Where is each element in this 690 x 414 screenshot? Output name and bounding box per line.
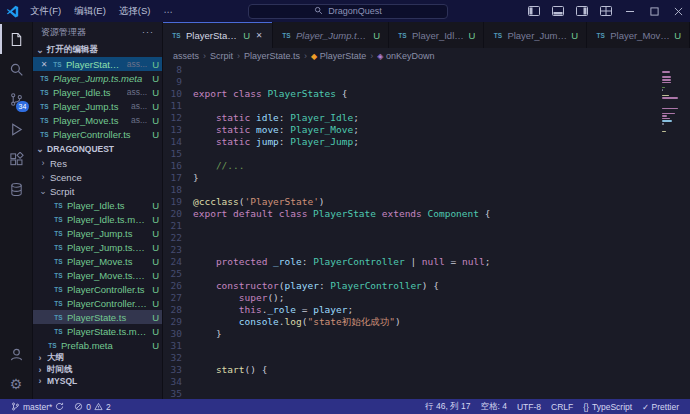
editor-tab[interactable]: TSPlayerState.tsU✕ — [163, 22, 273, 48]
braces-icon: {} — [583, 402, 589, 412]
breadcrumb-item[interactable]: Scrpit — [210, 51, 233, 61]
indentation[interactable]: 空格: 4 — [476, 399, 512, 414]
explorer-icon[interactable] — [0, 24, 32, 54]
ts-file-icon: TS — [53, 258, 64, 265]
line-number: 24 — [163, 256, 193, 268]
layout-secondary-sidebar-icon[interactable] — [570, 0, 594, 22]
editor-tab[interactable]: TSPlayer_Jump.ts.metaU — [273, 22, 389, 48]
extensions-icon[interactable] — [0, 144, 32, 174]
formatter-status[interactable]: ✓ Prettier — [637, 399, 684, 414]
code-line: 24 protected _role: PlayerController | n… — [163, 256, 690, 268]
line-number: 35 — [163, 388, 193, 399]
layout-sidebar-icon[interactable] — [522, 0, 546, 22]
ts-file-icon: TS — [492, 32, 503, 39]
editor-tab[interactable]: TSPlayer_Move.tsU — [587, 22, 690, 48]
file-name: Scence — [50, 172, 159, 183]
tree-file[interactable]: TSPlayerState.tsU — [33, 310, 162, 324]
file-name: PlayerController.ts — [53, 129, 147, 140]
tree-file[interactable]: TSPlayerController.ts.metaU — [33, 296, 162, 310]
tree-file[interactable]: TSPlayerState.ts.metaU — [33, 324, 162, 338]
breadcrumb-item[interactable]: assets — [173, 51, 199, 61]
sidebar-section-MYSQL[interactable]: ›MYSQL — [33, 376, 162, 386]
tree-file[interactable]: TSPlayerController.tsU — [33, 282, 162, 296]
close-icon[interactable]: ✕ — [39, 60, 49, 69]
tree-folder[interactable]: ›Scence — [33, 170, 162, 184]
open-editor-item[interactable]: TSPlayerController.tsU — [33, 127, 162, 141]
source-control-icon[interactable]: 34 — [0, 84, 32, 114]
tree-file[interactable]: TSPlayer_Idle.tsU — [33, 198, 162, 212]
breadcrumb-item[interactable]: ◈ onKeyDown — [377, 51, 434, 61]
breadcrumb-item[interactable]: ◆ PlayerState — [311, 51, 366, 61]
minimize-button[interactable] — [618, 0, 642, 22]
vscode-window: 文件(F)编辑(E)选择(S)⋯ DragonQuest — [0, 0, 690, 414]
tree-file[interactable]: TSPlayer_Idle.ts.metaU — [33, 212, 162, 226]
code-line: 26 constructor(player: PlayerController)… — [163, 280, 690, 292]
tree-file[interactable]: TSPrefab.metaU — [33, 338, 162, 352]
git-branch-item[interactable]: master* — [6, 399, 69, 414]
open-editors-header[interactable]: ⌄ 打开的编辑器 — [33, 42, 162, 57]
chevron-right-icon: › — [36, 353, 44, 363]
open-editor-item[interactable]: TSPlayer_Jump.ts.metaU — [33, 71, 162, 85]
ts-file-icon: TS — [281, 32, 292, 39]
search-sidebar-icon[interactable] — [0, 54, 32, 84]
git-status-badge: U — [150, 59, 159, 70]
minimap[interactable] — [662, 66, 686, 139]
tree-file[interactable]: TSPlayer_Move.ts.metaU — [33, 268, 162, 282]
customize-layout-icon[interactable] — [594, 0, 618, 22]
breadcrumb-separator: › — [203, 51, 206, 61]
code-text: console.log("state初始化成功") — [193, 316, 401, 328]
problems-item[interactable]: 0 2 — [69, 399, 115, 414]
menu-item[interactable]: 选择(S) — [113, 3, 157, 20]
code-line: 11 — [163, 100, 690, 112]
command-center-search[interactable]: DragonQuest — [248, 4, 448, 19]
activity-bar-spacer — [0, 204, 32, 339]
database-icon[interactable] — [0, 174, 32, 204]
menu-item[interactable]: ⋯ — [157, 4, 179, 19]
project-header[interactable]: ⌄ DRAGONQUEST — [33, 141, 162, 156]
open-editor-item[interactable]: TSPlayer_Idle.tsass...U — [33, 85, 162, 99]
encoding[interactable]: UTF-8 — [512, 399, 546, 414]
open-editor-item[interactable]: ✕TSPlayerState.tsass...U — [33, 57, 162, 71]
layout-panel-icon[interactable] — [546, 0, 570, 22]
breadcrumb-item[interactable]: PlayerState.ts — [244, 51, 300, 61]
cursor-position[interactable]: 行 46, 列 17 — [420, 399, 475, 414]
file-name: Player_Idle.ts — [53, 87, 124, 98]
menu-item[interactable]: 文件(F) — [24, 3, 67, 20]
account-icon[interactable] — [0, 339, 32, 369]
code-line: 17} — [163, 172, 690, 184]
sidebar-section-大纲[interactable]: ›大纲 — [33, 352, 162, 364]
code-text: static move: Player_Move; — [193, 124, 359, 136]
tree-file[interactable]: TSPlayer_Move.tsU — [33, 254, 162, 268]
run-debug-icon[interactable] — [0, 114, 32, 144]
tree-folder[interactable]: ⌄Scrpit — [33, 184, 162, 198]
close-icon[interactable]: ✕ — [254, 31, 264, 40]
editor-tab[interactable]: TSPlayer_Jump.tsU — [484, 22, 587, 48]
maximize-button[interactable] — [642, 0, 666, 22]
file-name: PlayerController.ts.meta — [67, 298, 147, 309]
ts-file-icon: TS — [171, 32, 182, 39]
open-editor-item[interactable]: TSPlayer_Jump.tsas...U — [33, 99, 162, 113]
eol-sequence[interactable]: CRLF — [546, 399, 578, 414]
sidebar-section-时间线[interactable]: ›时间线 — [33, 364, 162, 376]
ts-file-icon: TS — [53, 328, 64, 335]
symbol-class-icon: ◆ — [311, 52, 317, 61]
tree-file[interactable]: TSPlayer_Jump.tsU — [33, 226, 162, 240]
menu-item[interactable]: 编辑(E) — [68, 3, 112, 20]
tree-file[interactable]: TSPlayer_Jump.ts.metaU — [33, 240, 162, 254]
breadcrumb: assets›Scrpit›PlayerState.ts›◆ PlayerSta… — [163, 48, 690, 64]
editor-tab[interactable]: TSPlayer_Idle.tsU — [389, 22, 484, 48]
sidebar-more-icon[interactable]: ··· — [142, 27, 154, 37]
open-editor-item[interactable]: TSPlayer_Move.tsas...U — [33, 113, 162, 127]
line-number: 15 — [163, 148, 193, 160]
ts-file-icon: TS — [47, 342, 58, 349]
line-number: 9 — [163, 76, 193, 88]
line-number: 19 — [163, 196, 193, 208]
code-editor[interactable]: 8910export class PlayerStates {1112 stat… — [163, 64, 690, 399]
language-mode[interactable]: {} TypeScript — [578, 399, 637, 414]
chevron-right-icon: › — [39, 172, 47, 182]
settings-gear-icon[interactable]: ⚙ — [0, 369, 32, 399]
code-line: 29 console.log("state初始化成功") — [163, 316, 690, 328]
close-button[interactable] — [666, 0, 690, 22]
open-editors-label: 打开的编辑器 — [47, 44, 98, 56]
tree-folder[interactable]: ›Res — [33, 156, 162, 170]
